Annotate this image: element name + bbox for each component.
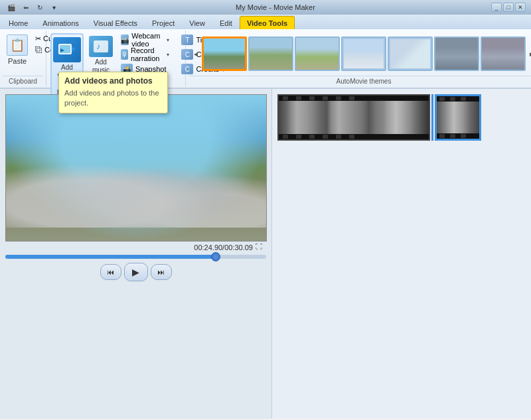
- add-right-buttons: 📷 Webcam video ▾ 🎙 Record narration ▾ 📸 …: [117, 32, 173, 77]
- tab-project[interactable]: Project: [145, 16, 182, 29]
- copy-icon: ⿻: [35, 46, 42, 54]
- theme-5-preview: [389, 38, 431, 70]
- scroll-left-button[interactable]: ◄: [191, 33, 200, 74]
- birds-scene: [6, 148, 266, 228]
- add-music-button[interactable]: ♪ Add music: [88, 33, 114, 77]
- tab-video-tools[interactable]: Video Tools: [240, 16, 295, 29]
- timecode-display: 00:24.90/00:30.09: [194, 244, 253, 251]
- webcam-video-button[interactable]: 📷 Webcam video ▾: [118, 33, 172, 46]
- video-timecode: 00:24.90/00:30.09 ⛶: [5, 242, 266, 253]
- tab-edit[interactable]: Edit: [212, 16, 240, 29]
- svg-text:♪: ♪: [96, 42, 100, 51]
- left-panel: Add videos and photos Add videos and pho…: [0, 89, 272, 419]
- webcam-label: Webcam video: [131, 32, 164, 48]
- theme-thumbnail-6[interactable]: [434, 36, 479, 71]
- ribbon-tabs: Home Animations Visual Effects Project V…: [0, 15, 531, 29]
- cut-icon: ✂: [35, 35, 41, 43]
- automovie-content: ◄ ►: [189, 32, 531, 76]
- scroll-right-button[interactable]: ►: [527, 33, 531, 74]
- theme-6-preview: [435, 38, 478, 70]
- tooltip-title: Add videos and photos: [64, 76, 162, 86]
- play-icon: ▶: [132, 267, 139, 277]
- theme-4-preview: [342, 38, 385, 70]
- refresh-button[interactable]: ↻: [34, 2, 46, 13]
- ribbon-clipboard-section: 📋 Paste ✂ Cut ⿻ Copy Clipboard: [0, 31, 46, 86]
- seek-bar-container[interactable]: [5, 253, 266, 260]
- forward-icon: ⏭: [157, 268, 165, 276]
- app-icon: 🎬: [5, 2, 17, 13]
- back-button[interactable]: ⬅: [20, 2, 32, 13]
- theme-thumbnail-3[interactable]: [295, 36, 340, 71]
- title-bar-left: 🎬 ⬅ ↻ ▾: [5, 2, 60, 13]
- theme-3-preview: [296, 38, 339, 70]
- narration-dropdown-arrow: ▾: [167, 52, 169, 58]
- clipboard-content: 📋 Paste ✂ Cut ⿻ Copy: [3, 32, 43, 76]
- play-button[interactable]: ▶: [124, 263, 148, 281]
- window-title: My Movie - Movie Maker: [60, 3, 491, 11]
- window-controls: _ □ ✕: [491, 3, 526, 12]
- tooltip-text: Add videos and photos to the project.: [64, 88, 162, 109]
- theme-thumbnail-7[interactable]: [481, 36, 526, 71]
- film-selected-scene: [437, 96, 479, 139]
- tooltip: Add videos and photos Add videos and pho…: [58, 72, 168, 113]
- close-button[interactable]: ✕: [515, 3, 526, 12]
- tab-home[interactable]: Home: [1, 16, 35, 29]
- paste-icon: 📋: [7, 35, 28, 56]
- playhead[interactable]: [431, 94, 433, 141]
- theme-7-preview: [482, 38, 524, 70]
- theme-2-preview: [250, 38, 292, 70]
- rewind-button[interactable]: ⏮: [100, 264, 121, 280]
- add-music-icon: ♪: [89, 36, 113, 57]
- clipboard-label: Clipboard: [3, 76, 43, 85]
- tab-view[interactable]: View: [182, 16, 212, 29]
- paste-button[interactable]: 📋 Paste: [3, 32, 32, 68]
- right-panel: [272, 89, 531, 419]
- main-area: Add videos and photos Add videos and pho…: [0, 89, 531, 419]
- forward-button[interactable]: ⏭: [151, 264, 172, 280]
- film-main-scene: [279, 96, 429, 139]
- record-narration-button[interactable]: 🎙 Record narration ▾: [118, 48, 172, 61]
- seek-bar[interactable]: [5, 255, 266, 259]
- rewind-icon: ⏮: [107, 268, 114, 276]
- fullscreen-icon[interactable]: ⛶: [256, 243, 266, 252]
- ribbon-automovie-section: ◄ ► Auto: [186, 31, 531, 86]
- add-videos-icon: ▶: [53, 37, 81, 62]
- tab-visual-effects[interactable]: Visual Effects: [86, 16, 145, 29]
- film-strip-main: [277, 94, 430, 141]
- theme-thumbnail-1[interactable]: [202, 36, 247, 71]
- title-bar: 🎬 ⬅ ↻ ▾ My Movie - Movie Maker _ □ ✕: [0, 0, 531, 15]
- webcam-icon: 📷: [121, 35, 129, 45]
- film-strip-selected: [435, 94, 481, 141]
- narration-label: Record narration: [131, 46, 164, 62]
- theme-thumbnail-4[interactable]: [341, 36, 386, 71]
- maximize-button[interactable]: □: [503, 3, 514, 12]
- tab-animations[interactable]: Animations: [35, 16, 86, 29]
- video-preview: [5, 94, 267, 242]
- playback-controls: ⏮ ▶ ⏭: [5, 260, 266, 284]
- svg-marker-1: [72, 46, 76, 52]
- theme-thumbnail-2[interactable]: [248, 36, 293, 71]
- dropdown-button[interactable]: ▾: [48, 2, 60, 13]
- narration-icon: 🎙: [121, 49, 128, 60]
- theme-1-preview: [204, 38, 245, 69]
- automovie-label: AutoMovie themes: [189, 76, 531, 85]
- timeline-area: [277, 94, 526, 141]
- theme-thumbnail-5[interactable]: [388, 36, 433, 71]
- minimize-button[interactable]: _: [491, 3, 502, 12]
- paste-label: Paste: [8, 57, 27, 65]
- webcam-dropdown-arrow: ▾: [167, 37, 169, 43]
- quick-access-toolbar: ⬅ ↻ ▾: [20, 2, 60, 13]
- svg-text:▶: ▶: [60, 47, 65, 53]
